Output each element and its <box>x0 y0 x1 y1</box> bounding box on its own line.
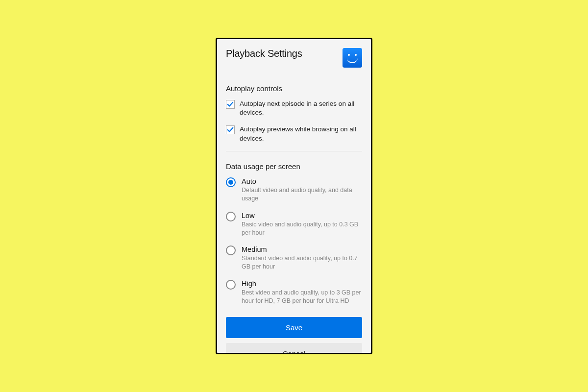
radio-unselected-icon[interactable] <box>226 212 236 221</box>
option-title: Medium <box>242 245 362 253</box>
option-desc: Default video and audio quality, and dat… <box>242 186 362 203</box>
data-usage-option-high[interactable]: High Best video and audio quality, up to… <box>226 280 362 305</box>
data-usage-option-auto[interactable]: Auto Default video and audio quality, an… <box>226 177 362 203</box>
data-usage-option-medium[interactable]: Medium Standard video and audio quality,… <box>226 245 362 271</box>
radio-selected-icon[interactable] <box>226 177 236 187</box>
page-title: Playback Settings <box>226 48 302 59</box>
option-title: High <box>242 280 362 288</box>
checkbox-checked-icon[interactable] <box>226 100 235 109</box>
radio-unselected-icon[interactable] <box>226 245 236 255</box>
header: Playback Settings <box>226 48 362 68</box>
option-desc: Best video and audio quality, up to 3 GB… <box>242 289 362 305</box>
settings-panel: Playback Settings Autoplay controls Auto… <box>216 38 372 354</box>
radio-unselected-icon[interactable] <box>226 280 236 290</box>
save-button[interactable]: Save <box>226 317 362 338</box>
autoplay-previews-label: Autoplay previews while browsing on all … <box>240 125 362 143</box>
checkbox-checked-icon[interactable] <box>226 125 235 134</box>
profile-avatar-icon[interactable] <box>343 48 362 68</box>
autoplay-previews-row[interactable]: Autoplay previews while browsing on all … <box>226 125 362 143</box>
option-desc: Standard video and audio quality, up to … <box>242 254 362 271</box>
option-title: Low <box>242 212 362 220</box>
autoplay-section-title: Autoplay controls <box>226 84 362 93</box>
option-desc: Basic video and audio quality, up to 0.3… <box>242 220 362 237</box>
autoplay-next-episode-label: Autoplay next episode in a series on all… <box>240 99 362 117</box>
data-usage-section-title: Data usage per screen <box>226 162 362 171</box>
cancel-button[interactable]: Cancel <box>226 343 362 354</box>
option-title: Auto <box>242 177 362 185</box>
autoplay-next-episode-row[interactable]: Autoplay next episode in a series on all… <box>226 99 362 117</box>
divider <box>226 151 362 151</box>
data-usage-option-low[interactable]: Low Basic video and audio quality, up to… <box>226 212 362 237</box>
